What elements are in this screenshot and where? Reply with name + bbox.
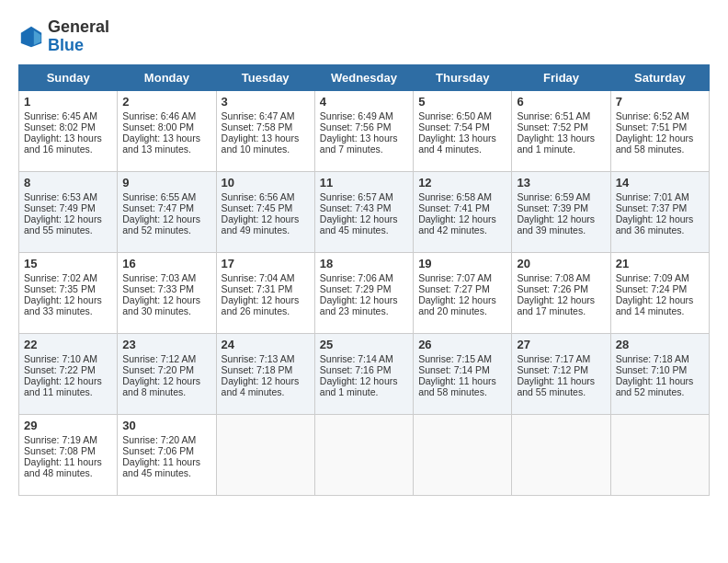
day-number: 7: [616, 95, 704, 109]
calendar-cell: 8Sunrise: 6:53 AMSunset: 7:49 PMDaylight…: [19, 171, 118, 252]
day-detail: Sunset: 7:35 PM: [24, 283, 112, 294]
calendar-cell: 3Sunrise: 6:47 AMSunset: 7:58 PMDaylight…: [216, 90, 314, 171]
day-number: 2: [122, 95, 210, 109]
calendar-cell: 28Sunrise: 7:18 AMSunset: 7:10 PMDayligh…: [610, 333, 709, 414]
calendar-cell: 2Sunrise: 6:46 AMSunset: 8:00 PMDaylight…: [118, 90, 216, 171]
day-detail: Sunset: 7:37 PM: [616, 202, 704, 213]
calendar-cell: 4Sunrise: 6:49 AMSunset: 7:56 PMDaylight…: [314, 90, 413, 171]
day-detail: Sunset: 7:45 PM: [222, 202, 310, 213]
calendar-cell: 19Sunrise: 7:07 AMSunset: 7:27 PMDayligh…: [414, 252, 512, 333]
day-detail: Sunrise: 7:13 AM: [222, 353, 310, 364]
day-detail: Sunrise: 7:04 AM: [222, 272, 310, 283]
day-detail: and 14 minutes.: [616, 305, 704, 316]
calendar-week-row: 8Sunrise: 6:53 AMSunset: 7:49 PMDaylight…: [19, 171, 710, 252]
day-detail: Sunset: 7:14 PM: [418, 364, 506, 375]
calendar-cell: [610, 414, 709, 495]
day-detail: Sunset: 7:39 PM: [517, 202, 605, 213]
calendar-cell: 6Sunrise: 6:51 AMSunset: 7:52 PMDaylight…: [512, 90, 610, 171]
day-number: 9: [122, 176, 210, 190]
day-detail: Sunset: 7:52 PM: [517, 121, 605, 132]
day-detail: Sunrise: 7:14 AM: [320, 353, 408, 364]
day-number: 27: [517, 338, 605, 351]
day-detail: and 4 minutes.: [418, 144, 506, 155]
day-detail: Daylight: 12 hours: [24, 375, 112, 386]
day-number: 4: [320, 95, 408, 109]
col-wednesday: Wednesday: [314, 64, 413, 90]
day-detail: and 17 minutes.: [517, 305, 605, 316]
col-monday: Monday: [118, 64, 216, 90]
calendar-cell: 18Sunrise: 7:06 AMSunset: 7:29 PMDayligh…: [314, 252, 413, 333]
day-detail: Sunrise: 7:08 AM: [517, 272, 605, 283]
day-detail: Sunset: 7:20 PM: [122, 364, 210, 375]
day-detail: and 11 minutes.: [24, 386, 112, 397]
day-detail: Daylight: 11 hours: [517, 375, 605, 386]
day-detail: Sunrise: 6:55 AM: [122, 191, 210, 202]
day-detail: Sunrise: 6:58 AM: [418, 191, 506, 202]
day-detail: and 13 minutes.: [122, 144, 210, 155]
day-detail: Sunset: 8:00 PM: [122, 121, 210, 132]
day-detail: Daylight: 11 hours: [122, 456, 210, 467]
day-detail: Sunrise: 6:50 AM: [418, 110, 506, 121]
day-detail: Sunset: 7:43 PM: [320, 202, 408, 213]
calendar-table: Sunday Monday Tuesday Wednesday Thursday…: [18, 64, 710, 496]
calendar-cell: 25Sunrise: 7:14 AMSunset: 7:16 PMDayligh…: [314, 333, 413, 414]
day-detail: Daylight: 12 hours: [616, 132, 704, 144]
day-number: 22: [24, 338, 112, 351]
day-detail: and 23 minutes.: [320, 305, 408, 316]
day-detail: Sunrise: 6:59 AM: [517, 191, 605, 202]
day-detail: Daylight: 13 hours: [24, 132, 112, 144]
day-detail: Sunset: 7:27 PM: [418, 283, 506, 294]
day-detail: and 45 minutes.: [122, 467, 210, 478]
day-detail: Sunset: 7:22 PM: [24, 364, 112, 375]
day-detail: Sunrise: 6:49 AM: [320, 110, 408, 121]
calendar-cell: 20Sunrise: 7:08 AMSunset: 7:26 PMDayligh…: [512, 252, 610, 333]
day-detail: and 55 minutes.: [24, 224, 112, 236]
col-sunday: Sunday: [19, 64, 118, 90]
day-detail: Daylight: 11 hours: [24, 456, 112, 467]
day-detail: and 1 minute.: [320, 386, 408, 397]
col-thursday: Thursday: [414, 64, 512, 90]
calendar-cell: 30Sunrise: 7:20 AMSunset: 7:06 PMDayligh…: [118, 414, 216, 495]
calendar-cell: 10Sunrise: 6:56 AMSunset: 7:45 PMDayligh…: [216, 171, 314, 252]
day-detail: Sunrise: 6:53 AM: [24, 191, 112, 202]
calendar-cell: 13Sunrise: 6:59 AMSunset: 7:39 PMDayligh…: [512, 171, 610, 252]
calendar-cell: 11Sunrise: 6:57 AMSunset: 7:43 PMDayligh…: [314, 171, 413, 252]
day-number: 21: [616, 257, 704, 270]
day-detail: Sunrise: 7:03 AM: [122, 272, 210, 283]
day-detail: Sunset: 7:31 PM: [222, 283, 310, 294]
col-saturday: Saturday: [610, 64, 709, 90]
day-detail: Sunrise: 7:02 AM: [24, 272, 112, 283]
day-detail: and 52 minutes.: [616, 386, 704, 397]
calendar-week-row: 15Sunrise: 7:02 AMSunset: 7:35 PMDayligh…: [19, 252, 710, 333]
calendar-cell: 1Sunrise: 6:45 AMSunset: 8:02 PMDaylight…: [19, 90, 118, 171]
day-detail: Sunset: 7:29 PM: [320, 283, 408, 294]
day-number: 26: [418, 338, 506, 351]
day-detail: and 55 minutes.: [517, 386, 605, 397]
day-number: 11: [320, 176, 408, 190]
day-detail: Daylight: 12 hours: [122, 294, 210, 305]
day-detail: Daylight: 12 hours: [418, 294, 506, 305]
day-detail: and 33 minutes.: [24, 305, 112, 316]
day-detail: Daylight: 13 hours: [122, 132, 210, 144]
day-detail: Sunrise: 7:20 AM: [122, 434, 210, 445]
day-number: 15: [24, 257, 112, 270]
day-detail: and 58 minutes.: [616, 144, 704, 155]
col-tuesday: Tuesday: [216, 64, 314, 90]
day-detail: and 10 minutes.: [222, 144, 310, 155]
day-detail: Sunset: 7:56 PM: [320, 121, 408, 132]
logo-text: General Blue: [48, 18, 109, 55]
day-detail: and 20 minutes.: [418, 305, 506, 316]
day-detail: Sunrise: 7:12 AM: [122, 353, 210, 364]
day-detail: Sunrise: 7:09 AM: [616, 272, 704, 283]
day-detail: Sunrise: 6:45 AM: [24, 110, 112, 121]
day-detail: and 30 minutes.: [122, 305, 210, 316]
day-number: 29: [24, 419, 112, 432]
day-number: 14: [616, 176, 704, 190]
calendar-cell: 23Sunrise: 7:12 AMSunset: 7:20 PMDayligh…: [118, 333, 216, 414]
day-detail: Daylight: 13 hours: [222, 132, 310, 144]
day-detail: and 45 minutes.: [320, 224, 408, 236]
day-detail: Daylight: 12 hours: [320, 294, 408, 305]
day-detail: Daylight: 12 hours: [24, 213, 112, 224]
calendar-cell: 9Sunrise: 6:55 AMSunset: 7:47 PMDaylight…: [118, 171, 216, 252]
day-number: 23: [122, 338, 210, 351]
